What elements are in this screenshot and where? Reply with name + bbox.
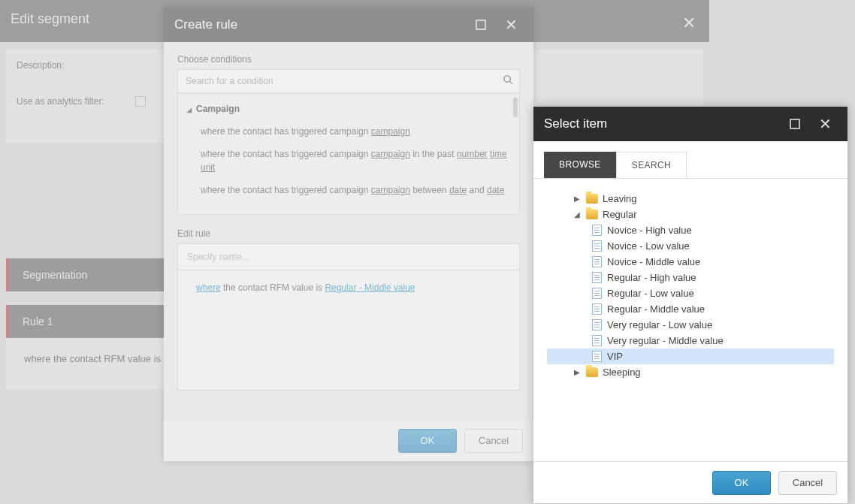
tree-item-label: Regular - Low value (607, 288, 694, 299)
create-rule-header: Create rule ✕ (164, 8, 533, 42)
maximize-icon[interactable] (475, 19, 499, 31)
page-icon (592, 256, 602, 267)
tree-item[interactable]: Novice - High value (547, 222, 834, 238)
rule-name-input[interactable] (177, 243, 520, 270)
expand-icon[interactable]: ▶ (573, 195, 582, 203)
tree-item-label: Novice - Middle value (607, 256, 700, 267)
condition-item[interactable]: where the contact has triggered campaign… (186, 120, 512, 143)
tree-item[interactable]: Regular - Low value (547, 285, 834, 301)
page-icon (592, 240, 602, 252)
tree-item-label: Regular - High value (607, 272, 696, 283)
select-item-footer: OK Cancel (533, 461, 847, 503)
select-item-header: Select item ✕ (533, 107, 847, 141)
page-icon (592, 272, 602, 283)
page-icon (592, 335, 602, 346)
tree-item-label: Very regular - Low value (607, 319, 712, 330)
tree-item-label: Novice - Low value (607, 240, 690, 252)
condition-item[interactable]: where the contact has triggered campaign… (186, 143, 512, 179)
svg-rect-0 (476, 20, 485, 29)
tab-browse[interactable]: BROWSE (544, 152, 616, 178)
select-item-tabs: BROWSE SEARCH (533, 141, 847, 179)
folder-icon (586, 210, 598, 219)
tree-item-label: Novice - High value (607, 225, 692, 236)
tree-item[interactable]: Regular - Middle value (547, 301, 834, 317)
edit-rule-label: Edit rule (177, 228, 520, 239)
page-icon (592, 319, 602, 330)
tree-item[interactable]: Novice - Low value (547, 238, 834, 254)
ok-button[interactable]: OK (712, 471, 771, 495)
page-icon (592, 303, 602, 315)
tree-item[interactable]: VIP (547, 349, 834, 364)
condition-item[interactable]: where the contact has triggered campaign… (186, 179, 512, 201)
tree-item[interactable]: Very regular - Low value (547, 317, 834, 333)
tree-item-label: Very regular - Middle value (607, 335, 724, 346)
folder-icon (586, 367, 598, 377)
condition-search-input[interactable] (177, 69, 520, 93)
close-icon[interactable]: ✕ (813, 115, 837, 133)
search-icon[interactable] (503, 74, 514, 86)
choose-conditions-label: Choose conditions (177, 54, 520, 65)
page-icon (592, 225, 602, 236)
create-rule-footer: OK Cancel (164, 419, 533, 461)
item-tree: ▶ Leaving ◢ Regular Novice - High valueN… (533, 179, 847, 461)
collapse-icon[interactable]: ◢ (573, 210, 582, 219)
svg-point-1 (504, 76, 510, 82)
close-icon[interactable]: ✕ (499, 16, 523, 34)
tree-item[interactable]: Novice - Middle value (547, 254, 834, 270)
ok-button[interactable]: OK (398, 429, 457, 453)
cancel-button[interactable]: Cancel (778, 471, 837, 495)
page-icon (592, 351, 602, 362)
select-item-dialog: Select item ✕ BROWSE SEARCH ▶ Leaving ◢ … (533, 107, 847, 503)
tree-item[interactable]: Very regular - Middle value (547, 333, 834, 349)
cancel-button[interactable]: Cancel (464, 429, 523, 453)
create-rule-dialog: Create rule ✕ Choose conditions Campaign… (164, 8, 533, 461)
rule-value-link[interactable]: Regular - Middle value (325, 282, 415, 293)
conditions-list: Campaign where the contact has triggered… (177, 95, 520, 215)
tree-folder-sleeping[interactable]: ▶ Sleeping (547, 364, 834, 380)
page-icon (592, 288, 602, 299)
folder-icon (586, 194, 598, 204)
tree-folder-regular[interactable]: ◢ Regular (547, 207, 834, 222)
dialog-title: Select item (544, 116, 789, 131)
dialog-title: Create rule (174, 17, 475, 32)
expand-icon[interactable]: ▶ (573, 368, 582, 376)
svg-line-2 (509, 81, 512, 84)
tab-search[interactable]: SEARCH (616, 152, 687, 178)
tree-item-label: Regular - Middle value (607, 303, 705, 315)
tree-folder-leaving[interactable]: ▶ Leaving (547, 191, 834, 207)
maximize-icon[interactable] (789, 118, 813, 130)
scrollbar-thumb[interactable] (513, 98, 518, 117)
tree-item-label: VIP (607, 351, 623, 362)
rule-sentence: where the contact RFM value is Regular -… (177, 270, 520, 391)
rule-where-link[interactable]: where (196, 282, 221, 293)
svg-rect-3 (790, 119, 799, 128)
condition-group-campaign[interactable]: Campaign (187, 104, 512, 114)
tree-item[interactable]: Regular - High value (547, 270, 834, 285)
